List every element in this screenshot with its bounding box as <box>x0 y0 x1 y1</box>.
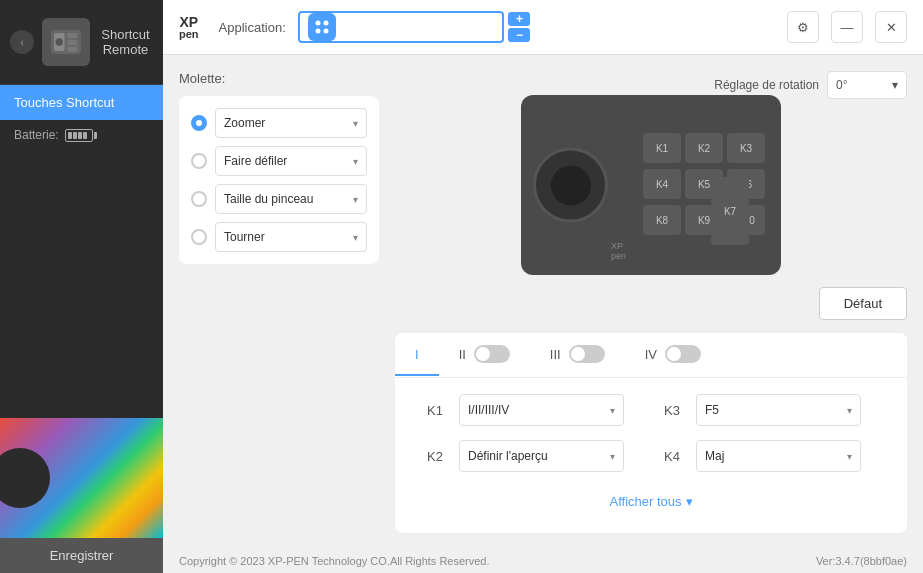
save-button[interactable]: Enregistrer <box>0 538 163 573</box>
k4-label: K4 <box>656 449 680 464</box>
tab-i[interactable]: I <box>395 335 439 376</box>
tab-iii[interactable]: III <box>530 333 625 377</box>
key-row-k3: K3 F5 ▾ <box>656 394 861 426</box>
application-label: Application: <box>219 20 286 35</box>
app-remove-button[interactable]: − <box>508 28 530 42</box>
default-button[interactable]: Défaut <box>819 287 907 320</box>
tab-iv[interactable]: IV <box>625 333 721 377</box>
tab-ii[interactable]: II <box>439 333 530 377</box>
device-brand: XPpen <box>611 241 626 261</box>
sidebar-item-touches-shortcut[interactable]: Touches Shortcut <box>0 85 163 120</box>
chevron-down-icon: ▾ <box>610 451 615 462</box>
settings-button[interactable]: ⚙ <box>787 11 819 43</box>
device-visual: K1 K2 K3 K4 K5 K6 K7 K8 K9 K10 XPpen <box>521 95 781 275</box>
molette-option-3: Tourner ▾ <box>191 222 367 252</box>
device-dial <box>533 148 608 223</box>
device-panel: Réglage de rotation 0° ▾ K1 K2 K3 K4 <box>395 71 907 321</box>
radio-taille-pinceau[interactable] <box>191 191 207 207</box>
tab-iv-label: IV <box>645 347 657 362</box>
molette-zoomer-label: Zoomer <box>224 116 265 130</box>
nav-prev-button[interactable]: ‹ <box>10 30 34 54</box>
xppen-logo: XP pen <box>179 15 199 40</box>
svg-point-8 <box>315 29 320 34</box>
tab-iii-label: III <box>550 347 561 362</box>
app-add-button[interactable]: + <box>508 12 530 26</box>
battery-icon <box>65 129 97 142</box>
version-text: Ver:3.4.7(8bbf0ae) <box>816 555 907 567</box>
app-icon <box>308 13 336 41</box>
minimize-button[interactable]: — <box>831 11 863 43</box>
show-all-button[interactable]: Afficher tous ▾ <box>419 486 883 517</box>
sidebar: ‹ Shortcut Remote Touches Shortcut Batte… <box>0 0 163 573</box>
sidebar-title: Shortcut Remote <box>98 27 153 57</box>
molette-zoomer-select[interactable]: Zoomer ▾ <box>215 108 367 138</box>
chevron-down-icon: ▾ <box>353 194 358 205</box>
key-row-k2: K2 Définir l'aperçu ▾ <box>419 440 624 472</box>
k2-label: K2 <box>419 449 443 464</box>
device-icon <box>42 18 90 66</box>
svg-rect-4 <box>68 40 78 45</box>
k4-dropdown[interactable]: Maj ▾ <box>696 440 861 472</box>
footer: Copyright © 2023 XP-PEN Technology CO.Al… <box>163 549 923 573</box>
radio-faire-defiler[interactable] <box>191 153 207 169</box>
device-key-k7[interactable]: K7 <box>711 177 749 245</box>
k3-value: F5 <box>705 403 719 417</box>
k3-label: K3 <box>656 403 680 418</box>
chevron-down-icon: ▾ <box>353 118 358 129</box>
k3-dropdown[interactable]: F5 ▾ <box>696 394 861 426</box>
logo-xp: XP <box>179 15 198 29</box>
bottom-panel: I II III IV <box>395 333 907 533</box>
molette-tourner-select[interactable]: Tourner ▾ <box>215 222 367 252</box>
rotation-value: 0° <box>836 78 847 92</box>
svg-rect-3 <box>68 33 78 38</box>
show-all-label: Afficher tous <box>609 494 681 509</box>
tabs-bar: I II III IV <box>395 333 907 378</box>
close-button[interactable]: ✕ <box>875 11 907 43</box>
molette-option-1: Faire défiler ▾ <box>191 146 367 176</box>
device-key-k3[interactable]: K3 <box>727 133 765 163</box>
molette-taille-select[interactable]: Taille du pinceau ▾ <box>215 184 367 214</box>
logo-pen: pen <box>179 29 199 40</box>
molette-label: Molette: <box>179 71 379 86</box>
molette-panel: Molette: Zoomer ▾ Faire défiler ▾ <box>179 71 379 533</box>
molette-taille-label: Taille du pinceau <box>224 192 313 206</box>
k1-k2-col: K1 I/II/III/IV ▾ K2 Définir l'aperçu <box>419 394 624 486</box>
molette-faire-defiler-label: Faire défiler <box>224 154 287 168</box>
svg-point-6 <box>315 21 320 26</box>
device-dial-inner <box>551 165 591 205</box>
k1-dropdown[interactable]: I/II/III/IV ▾ <box>459 394 624 426</box>
rotation-label: Réglage de rotation <box>714 78 819 92</box>
k1-label: K1 <box>419 403 443 418</box>
keys-content: K1 I/II/III/IV ▾ K2 Définir l'aperçu <box>395 378 907 533</box>
device-key-k8[interactable]: K8 <box>643 205 681 235</box>
app-add-remove: + − <box>508 12 530 42</box>
k2-dropdown[interactable]: Définir l'aperçu ▾ <box>459 440 624 472</box>
molette-faire-defiler-select[interactable]: Faire défiler ▾ <box>215 146 367 176</box>
tab-iv-toggle[interactable] <box>665 345 701 363</box>
device-key-k2[interactable]: K2 <box>685 133 723 163</box>
key-row-k1: K1 I/II/III/IV ▾ <box>419 394 624 426</box>
svg-point-7 <box>323 21 328 26</box>
chevron-down-icon: ▾ <box>610 405 615 416</box>
copyright-text: Copyright © 2023 XP-PEN Technology CO.Al… <box>179 555 490 567</box>
chevron-down-icon: ▾ <box>353 232 358 243</box>
device-keys: K1 K2 K3 K4 K5 K6 K7 K8 K9 K10 <box>643 133 765 237</box>
molette-option-0: Zoomer ▾ <box>191 108 367 138</box>
tab-iii-toggle[interactable] <box>569 345 605 363</box>
chevron-down-icon: ▾ <box>686 494 693 509</box>
tab-ii-label: II <box>459 347 466 362</box>
device-key-k4[interactable]: K4 <box>643 169 681 199</box>
k3-k4-col: K3 F5 ▾ K4 Maj ▾ <box>656 394 861 486</box>
device-key-k1[interactable]: K1 <box>643 133 681 163</box>
sidebar-header: ‹ Shortcut Remote <box>0 0 163 85</box>
radio-zoomer[interactable] <box>191 115 207 131</box>
tab-ii-toggle[interactable] <box>474 345 510 363</box>
chevron-down-icon: ▾ <box>847 451 852 462</box>
k4-value: Maj <box>705 449 724 463</box>
content-area: Molette: Zoomer ▾ Faire défiler ▾ <box>163 55 923 549</box>
radio-tourner[interactable] <box>191 229 207 245</box>
rotation-select[interactable]: 0° ▾ <box>827 71 907 99</box>
k2-value: Définir l'aperçu <box>468 449 548 463</box>
app-input[interactable] <box>298 11 505 43</box>
svg-rect-5 <box>68 47 78 52</box>
